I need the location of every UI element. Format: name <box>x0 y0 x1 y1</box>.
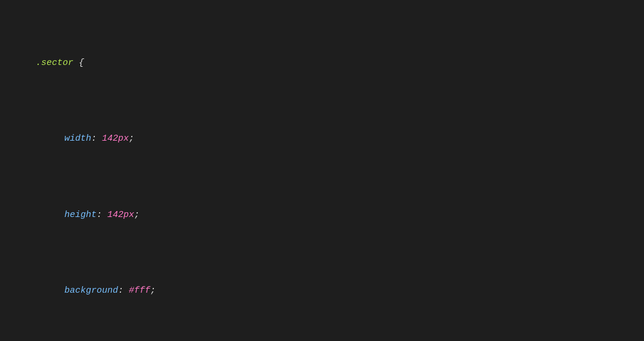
prop-background: background: #fff; <box>14 268 630 314</box>
code-editor: .sector { width: 142px; height: 142px; b… <box>14 10 630 341</box>
prop-width: width: 142px; <box>14 116 630 162</box>
selector-sector: .sector { <box>14 40 630 86</box>
prop-height: height: 142px; <box>14 192 630 238</box>
css-selector: .sector <box>36 58 73 68</box>
